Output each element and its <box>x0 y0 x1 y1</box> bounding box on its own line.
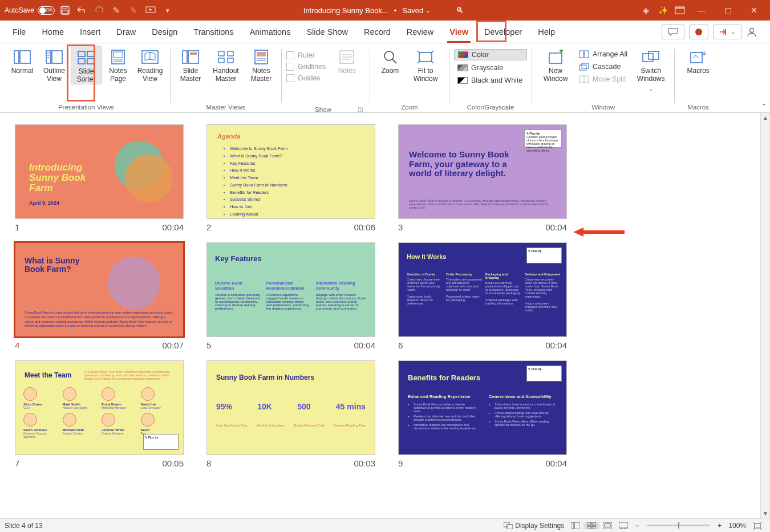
maximize-button[interactable]: ▢ <box>716 3 739 17</box>
ribbon-mode-icon[interactable] <box>673 3 687 17</box>
bw-mode-button[interactable]: Black and White <box>454 75 527 86</box>
svg-point-6 <box>750 28 754 32</box>
tab-help[interactable]: Help <box>530 21 563 43</box>
save-status-dropdown[interactable]: Saved⌄ <box>402 6 430 15</box>
switch-windows-button[interactable]: Switch Windows⌄ <box>632 46 670 92</box>
tab-home[interactable]: Home <box>34 21 72 43</box>
account-icon[interactable] <box>746 26 761 38</box>
record-dot-icon <box>695 29 702 35</box>
present-icon[interactable] <box>144 3 157 17</box>
svg-rect-7 <box>14 51 19 63</box>
share-button[interactable]: ⌄ <box>713 25 741 39</box>
ruler-checkbox[interactable]: Ruler <box>286 51 326 59</box>
tab-slideshow[interactable]: Slide Show <box>298 21 356 43</box>
sorter-view-status-icon[interactable] <box>583 522 599 529</box>
comments-button[interactable] <box>662 25 684 39</box>
svg-rect-41 <box>549 53 562 63</box>
gridlines-checkbox[interactable]: Gridlines <box>286 63 326 71</box>
zoom-out-button[interactable]: − <box>631 522 642 530</box>
undo-icon[interactable] <box>75 3 89 17</box>
zoom-in-button[interactable]: + <box>714 522 725 530</box>
qat-more-icon[interactable]: ▾ <box>161 3 175 17</box>
notes-pane-button[interactable]: Notes <box>331 46 362 75</box>
arrange-all-button[interactable]: Arrange All <box>576 49 631 59</box>
normal-view-button[interactable]: Normal <box>7 46 38 75</box>
save-icon[interactable] <box>58 3 72 17</box>
zoom-level[interactable]: 100% <box>725 522 749 530</box>
notes-master-button[interactable]: Notes Master <box>246 46 277 83</box>
guides-checkbox[interactable]: Guides <box>286 74 326 82</box>
svg-rect-29 <box>228 58 233 63</box>
group-master-views: Slide Master Handout Master Notes Master… <box>172 46 280 113</box>
diamond-icon[interactable]: ◈ <box>639 3 653 17</box>
autosave-switch[interactable]: On <box>38 6 55 15</box>
cascade-button[interactable]: Cascade <box>576 62 631 72</box>
group-show: Ruler Gridlines Guides Notes Show◲ <box>283 46 368 113</box>
tab-file[interactable]: File <box>5 21 34 43</box>
autosave-toggle[interactable]: AutoSave On <box>5 6 55 15</box>
slide-thumbnail-7[interactable]: Meet the Team The Sunny Book Farm team c… <box>15 360 204 468</box>
svg-rect-9 <box>46 51 51 63</box>
slide-duration: 00:04 <box>545 222 567 232</box>
slide-thumbnail-4[interactable]: What is Sunny Book Farm? Sunny Book Farm… <box>15 242 204 350</box>
ribbon-body: Normal Outline View Slide Sorter Notes P… <box>0 43 770 113</box>
svg-rect-42 <box>579 51 583 58</box>
record-button[interactable] <box>689 25 708 39</box>
slideshow-status-icon[interactable] <box>615 522 631 529</box>
slide-number: 1 <box>15 222 19 232</box>
slide-thumbnail-6[interactable]: ✎ Plus tip How It Works Selection of Boo… <box>398 242 587 350</box>
display-settings-button[interactable]: Display Settings <box>500 522 568 530</box>
svg-rect-23 <box>183 51 187 63</box>
macros-button[interactable]: Macros <box>679 46 717 75</box>
slide-thumbnail-1[interactable]: Introducing Sunny Book Farm April 9, 202… <box>15 124 204 232</box>
slide-thumbnail-9[interactable]: ✎ Plus tip Benefits for Readers Enhanced… <box>398 360 587 468</box>
redo-icon[interactable] <box>92 3 106 17</box>
slide-thumbnail-3[interactable]: ✎ Plus tipConsider adding images of a co… <box>398 124 587 232</box>
qat-icon[interactable]: ✎ <box>110 3 123 17</box>
slide-master-button[interactable]: Slide Master <box>175 46 206 83</box>
svg-rect-40 <box>419 52 432 62</box>
svg-rect-5 <box>675 7 684 9</box>
slide-sorter-button[interactable]: Slide Sorter <box>71 46 102 84</box>
qat-icon-2[interactable]: ✎ <box>127 3 140 17</box>
reading-view-status-icon[interactable] <box>599 522 615 529</box>
outline-view-button[interactable]: Outline View <box>39 46 70 83</box>
svg-rect-59 <box>587 526 591 529</box>
close-button[interactable]: ✕ <box>743 3 765 17</box>
normal-view-status-icon[interactable] <box>568 522 583 529</box>
tab-developer[interactable]: Developer <box>476 21 530 43</box>
svg-rect-43 <box>585 51 589 58</box>
vertical-scrollbar[interactable]: ▲ ▼ <box>760 113 770 518</box>
tab-animations[interactable]: Animations <box>242 21 299 43</box>
svg-rect-25 <box>190 52 197 55</box>
reading-view-button[interactable]: Reading View <box>135 46 165 83</box>
svg-rect-17 <box>87 59 94 64</box>
scroll-down-icon[interactable]: ▼ <box>761 509 770 518</box>
tab-draw[interactable]: Draw <box>108 21 144 43</box>
scroll-up-icon[interactable]: ▲ <box>761 113 770 123</box>
tab-record[interactable]: Record <box>356 21 399 43</box>
tab-design[interactable]: Design <box>144 21 185 43</box>
show-dialog-launcher-icon[interactable]: ◲ <box>358 106 363 113</box>
collapse-ribbon-icon[interactable]: ⌃ <box>761 103 767 110</box>
group-macros: Macros Macros <box>676 46 720 113</box>
notes-page-button[interactable]: Notes Page <box>103 46 133 83</box>
slide-thumbnail-8[interactable]: Sunny Book Farm in Numbers 95%10K50045 m… <box>206 360 396 468</box>
slide-thumbnail-2[interactable]: Agenda Welcome to Sunny Book FarmWhat is… <box>206 124 396 232</box>
grayscale-mode-button[interactable]: Grayscale <box>454 63 527 73</box>
fit-to-window-button[interactable]: Fit to Window <box>407 46 444 83</box>
slide-thumbnail-5[interactable]: Key Features Diverse Book SelectionChoos… <box>206 242 396 350</box>
zoom-button[interactable]: Zoom <box>375 46 406 75</box>
handout-master-button[interactable]: Handout Master <box>207 46 245 83</box>
search-icon[interactable]: 🔍︎ <box>453 3 467 17</box>
zoom-slider[interactable] <box>647 525 710 526</box>
coming-soon-icon[interactable]: ✨ <box>656 3 670 17</box>
new-window-button[interactable]: New Window <box>537 46 574 83</box>
tab-transitions[interactable]: Transitions <box>185 21 241 43</box>
tab-insert[interactable]: Insert <box>72 21 108 43</box>
color-mode-button[interactable]: Color <box>454 49 527 60</box>
tab-view[interactable]: View <box>441 21 476 43</box>
minimize-button[interactable]: — <box>690 3 713 17</box>
tab-review[interactable]: Review <box>399 21 442 43</box>
fit-status-icon[interactable] <box>749 522 765 530</box>
